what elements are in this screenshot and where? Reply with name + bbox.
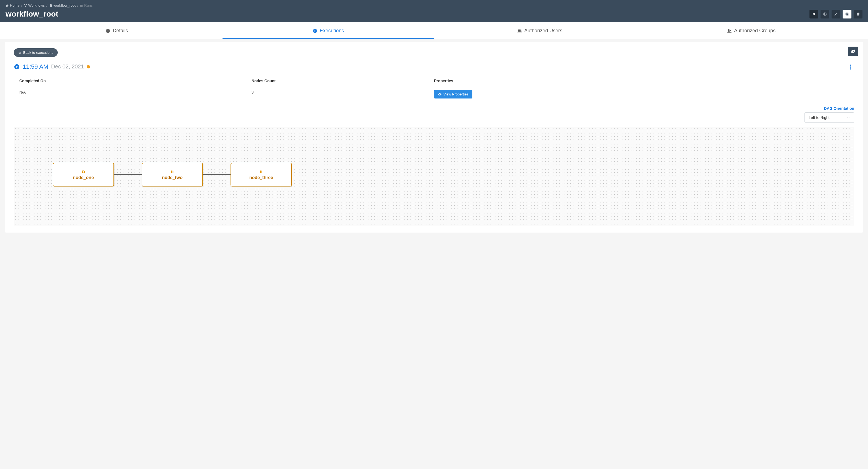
workflow-icon bbox=[24, 4, 27, 7]
chevron-down-icon bbox=[844, 115, 850, 120]
breadcrumb: Home / Workflows / workflow_root / Runs bbox=[5, 0, 863, 8]
breadcrumb-workflow-root[interactable]: workflow_root bbox=[49, 3, 75, 7]
users-icon bbox=[517, 28, 522, 33]
svg-rect-23 bbox=[173, 170, 174, 173]
svg-rect-4 bbox=[81, 5, 83, 7]
svg-rect-7 bbox=[846, 13, 849, 16]
home-icon bbox=[5, 4, 9, 7]
pause-icon bbox=[170, 169, 174, 174]
copy-stack-icon bbox=[845, 12, 849, 16]
chevron-double-left-icon bbox=[812, 12, 816, 16]
trash-icon bbox=[856, 12, 860, 16]
play-circle-icon bbox=[14, 64, 20, 70]
tab-details[interactable]: Details bbox=[11, 22, 222, 39]
svg-rect-22 bbox=[171, 170, 172, 173]
content-panel: Back to executions 11:59 AM Dec 02, 2021… bbox=[5, 42, 863, 233]
svg-rect-9 bbox=[108, 30, 108, 32]
pause-icon bbox=[259, 169, 263, 174]
col-properties: Properties bbox=[434, 76, 849, 86]
svg-point-19 bbox=[850, 66, 851, 68]
breadcrumb-home[interactable]: Home bbox=[5, 3, 20, 7]
run-date: Dec 02, 2021 bbox=[51, 63, 84, 70]
dag-orientation-value: Left to Right bbox=[809, 115, 830, 120]
file-icon bbox=[49, 4, 53, 7]
svg-point-21 bbox=[439, 94, 440, 94]
edit-button[interactable] bbox=[832, 10, 840, 19]
collapse-button[interactable] bbox=[809, 10, 818, 19]
run-time: 11:59 AM bbox=[23, 63, 48, 70]
dag-edge bbox=[203, 174, 230, 175]
tab-executions[interactable]: Executions bbox=[222, 22, 434, 39]
copy-button[interactable] bbox=[843, 10, 851, 19]
header-actions bbox=[809, 10, 863, 19]
copy-icon bbox=[80, 4, 83, 7]
svg-point-10 bbox=[108, 30, 108, 30]
node-label: node_one bbox=[73, 175, 94, 180]
svg-point-12 bbox=[518, 29, 519, 31]
gear-icon bbox=[81, 169, 86, 174]
svg-point-16 bbox=[730, 30, 731, 31]
dag-node-one[interactable]: node_one bbox=[53, 163, 114, 187]
run-info-table: Completed On Nodes Count Properties N/A … bbox=[19, 76, 849, 102]
node-label: node_three bbox=[249, 175, 273, 180]
dag-node-two[interactable]: node_two bbox=[142, 163, 203, 187]
play-circle-icon bbox=[312, 28, 317, 33]
col-nodes-count: Nodes Count bbox=[251, 76, 434, 86]
dag-orientation-select[interactable]: Left to Right bbox=[805, 112, 854, 123]
svg-point-14 bbox=[519, 29, 520, 31]
dag-canvas[interactable]: node_one node_two node_three bbox=[14, 127, 854, 226]
pencil-icon bbox=[834, 12, 838, 16]
dag-orientation-label: DAG Orientation bbox=[824, 106, 854, 111]
breadcrumb-runs: Runs bbox=[80, 3, 92, 7]
run-title: 11:59 AM Dec 02, 2021 bbox=[14, 63, 90, 70]
chevron-double-left-icon bbox=[18, 51, 22, 54]
status-indicator bbox=[87, 65, 90, 68]
refresh-button[interactable] bbox=[848, 46, 858, 56]
run-button[interactable] bbox=[820, 10, 829, 19]
page-title: workflow_root bbox=[5, 10, 58, 19]
tab-authorized-users[interactable]: Authorized Users bbox=[434, 22, 646, 39]
view-properties-button[interactable]: View Properties bbox=[434, 90, 472, 99]
svg-rect-25 bbox=[261, 170, 262, 173]
delete-button[interactable] bbox=[854, 10, 863, 19]
col-completed-on: Completed On bbox=[19, 76, 251, 86]
svg-point-20 bbox=[850, 68, 851, 69]
tab-authorized-groups[interactable]: Authorized Groups bbox=[646, 22, 857, 39]
dag-node-three[interactable]: node_three bbox=[230, 163, 292, 187]
play-circle-icon bbox=[823, 12, 827, 16]
svg-point-13 bbox=[520, 29, 522, 31]
eye-icon bbox=[438, 93, 442, 96]
dag-edge bbox=[114, 174, 142, 175]
node-label: node_two bbox=[162, 175, 183, 180]
info-icon bbox=[105, 28, 111, 33]
user-group-icon bbox=[727, 28, 732, 33]
run-menu-button[interactable] bbox=[847, 62, 854, 71]
nodes-count-value: 3 bbox=[251, 86, 434, 103]
completed-on-value: N/A bbox=[19, 86, 251, 103]
svg-point-18 bbox=[850, 65, 851, 66]
more-vertical-icon bbox=[850, 64, 851, 70]
back-to-executions-button[interactable]: Back to executions bbox=[14, 48, 58, 57]
refresh-icon bbox=[851, 49, 855, 54]
svg-rect-24 bbox=[260, 170, 261, 173]
svg-point-2 bbox=[25, 6, 26, 7]
breadcrumb-workflows[interactable]: Workflows bbox=[24, 3, 45, 7]
svg-point-15 bbox=[728, 29, 730, 31]
tabs-bar: Details Executions Authorized Users Auth… bbox=[0, 22, 868, 39]
table-row: N/A 3 View Properties bbox=[19, 86, 849, 103]
